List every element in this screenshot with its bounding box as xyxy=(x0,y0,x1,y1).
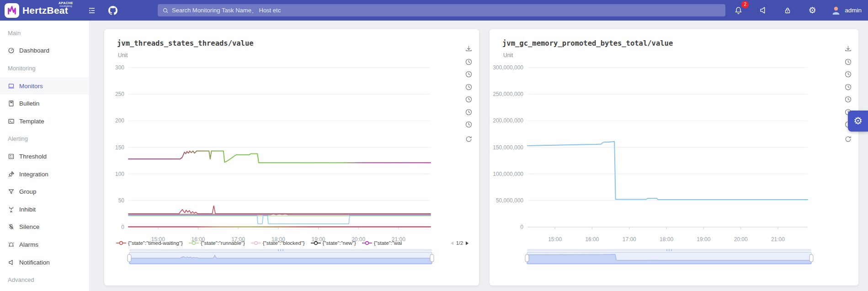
gc-memory-chart: 050,000,000100,000,000150,000,000200,000… xyxy=(490,29,858,286)
legend-label: {"state":"new"} xyxy=(323,240,356,246)
legend-next-icon[interactable] xyxy=(465,241,469,245)
legend-item[interactable]: {"state":"timed-waiting"} xyxy=(116,240,183,246)
chart-actions xyxy=(463,43,474,145)
sidebar-group-alerting: Alerting xyxy=(0,130,89,148)
user-menu[interactable]: admin xyxy=(831,5,862,16)
slider-handle[interactable] xyxy=(128,254,131,262)
y-tick-label: 250,000,000 xyxy=(493,91,523,97)
sidebar-group-monitoring: Monitoring xyxy=(0,59,89,77)
y-tick-label: 100 xyxy=(115,171,124,177)
sidebar-item-notification[interactable]: Notification xyxy=(0,254,89,271)
legend-item[interactable]: {"state":"blocked"} xyxy=(251,240,305,246)
notification-icon xyxy=(8,259,15,266)
gear-icon[interactable]: ⚙ xyxy=(806,4,819,17)
legend-page-indicator: 1/2 xyxy=(456,240,463,246)
slider-grip-icon[interactable] xyxy=(671,249,672,251)
clock-icon[interactable] xyxy=(844,68,852,81)
y-tick-label: 200,000,000 xyxy=(493,117,523,124)
refresh-icon[interactable] xyxy=(844,133,852,146)
y-tick-label: 100,000,000 xyxy=(493,171,523,177)
clock-icon[interactable] xyxy=(465,106,473,119)
sidebar-item-alarms[interactable]: Alarms xyxy=(0,236,89,254)
slider-grip-icon[interactable] xyxy=(280,249,281,251)
download-icon[interactable] xyxy=(844,43,852,56)
series-runnable-top xyxy=(128,151,431,163)
y-tick-label: 0 xyxy=(121,224,124,230)
slider-grip-icon[interactable] xyxy=(669,249,670,251)
legend-marker-icon xyxy=(311,241,321,245)
sidebar-item-threshold[interactable]: Threshold xyxy=(0,148,89,165)
y-tick-label: 0 xyxy=(520,224,523,230)
settings-gear-button[interactable]: ⚙ xyxy=(848,111,868,132)
refresh-icon[interactable] xyxy=(465,133,473,146)
slider-grip-icon[interactable] xyxy=(278,249,279,251)
avatar xyxy=(831,5,841,16)
clock-icon[interactable] xyxy=(465,81,473,94)
legend-item[interactable]: {"state":"new"} xyxy=(311,240,356,246)
template-icon xyxy=(8,118,15,125)
clock-icon[interactable] xyxy=(465,93,473,106)
sidebar-item-group[interactable]: Group xyxy=(0,183,89,201)
legend-items: {"state":"timed-waiting"}{"state":"runna… xyxy=(116,240,402,246)
inhibit-icon xyxy=(8,206,15,213)
sidebar-item-monitors[interactable]: Monitors xyxy=(0,77,89,95)
sidebar-group-advanced: Advanced xyxy=(0,271,89,289)
slider-handle[interactable] xyxy=(430,254,434,262)
slider-handle[interactable] xyxy=(809,254,813,262)
chart-card-threads: 05010015020025030015:0016:0017:0018:0019… xyxy=(104,29,479,286)
clock-icon[interactable] xyxy=(844,93,852,106)
hertzbeat-logo-icon xyxy=(5,3,19,18)
clock-icon[interactable] xyxy=(844,56,852,69)
sidebar-item-silence[interactable]: Silence xyxy=(0,218,89,236)
legend-item[interactable]: {"state":"runnable"} xyxy=(189,240,245,246)
y-tick-label: 250 xyxy=(115,91,124,97)
sidebar-item-template[interactable]: Template xyxy=(0,112,89,130)
slider-grip-icon[interactable] xyxy=(282,249,283,251)
sidebar-item-dashboard[interactable]: Dashboard xyxy=(0,42,89,60)
series-value xyxy=(527,142,808,200)
sidebar-group-main: Main xyxy=(0,24,89,42)
sidebar-item-integration[interactable]: Integration xyxy=(0,165,89,183)
y-tick-label: 200 xyxy=(115,117,124,124)
search-icon xyxy=(162,7,169,14)
sidebar: Main Dashboard Monitoring Monitors Bulle… xyxy=(0,21,89,291)
download-icon[interactable] xyxy=(465,43,473,56)
x-tick-label: 17:00 xyxy=(623,236,636,243)
series-blocked-blue xyxy=(128,215,431,224)
clock-icon[interactable] xyxy=(465,68,473,81)
x-tick-label: 19:00 xyxy=(697,236,710,243)
legend-label: {"state":"runnable"} xyxy=(201,240,245,246)
dashboard-icon xyxy=(8,47,15,54)
sidebar-item-inhibit[interactable]: Inhibit xyxy=(0,201,89,218)
slider-handle[interactable] xyxy=(525,254,529,262)
bulletin-icon xyxy=(8,100,15,107)
x-tick-label: 15:00 xyxy=(548,236,562,243)
monitors-icon xyxy=(8,83,15,90)
integration-icon xyxy=(8,171,15,178)
legend-item[interactable]: {"state":"wai xyxy=(362,240,402,246)
topbar: HertzBeat APACHE incubating 2 xyxy=(0,0,868,21)
bell-icon[interactable]: 2 xyxy=(732,4,745,17)
lock-icon[interactable] xyxy=(781,4,794,17)
unit-label: Unit xyxy=(118,52,128,58)
sidebar-item-bulletin[interactable]: Bulletin xyxy=(0,95,89,112)
clock-icon[interactable] xyxy=(465,56,473,69)
threshold-icon xyxy=(8,153,15,160)
clock-icon[interactable] xyxy=(465,118,473,131)
hertzbeat-brand[interactable]: HertzBeat APACHE incubating xyxy=(5,0,68,21)
alarms-icon xyxy=(8,241,15,248)
legend-prev-icon[interactable] xyxy=(450,241,454,245)
y-tick-label: 50,000,000 xyxy=(496,197,523,204)
silence-icon xyxy=(8,223,15,230)
megaphone-icon[interactable] xyxy=(756,4,769,17)
menu-fold-icon[interactable] xyxy=(85,4,98,17)
content-area: 05010015020025030015:0016:0017:0018:0019… xyxy=(89,21,868,291)
github-icon[interactable] xyxy=(107,4,119,17)
global-search xyxy=(158,4,725,16)
x-tick-label: 18:00 xyxy=(660,236,673,243)
username: admin xyxy=(845,7,862,14)
clock-icon[interactable] xyxy=(844,81,852,94)
search-input[interactable] xyxy=(172,7,721,14)
chart-title: jvm_gc_memory_promoted_bytes_total/value xyxy=(502,39,673,48)
slider-grip-icon[interactable] xyxy=(666,249,667,251)
